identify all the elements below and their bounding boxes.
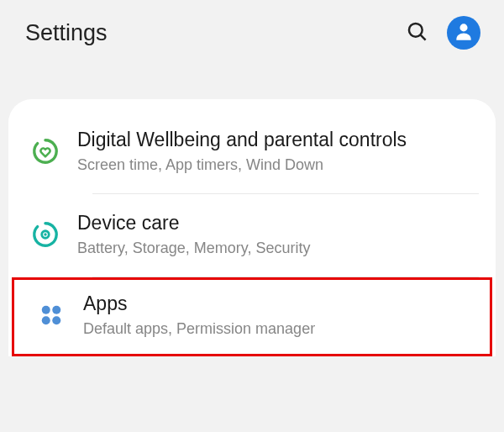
search-icon [406,20,428,46]
settings-item-title: Apps [83,292,466,316]
page-title: Settings [25,20,391,46]
svg-point-5 [42,306,50,314]
svg-point-4 [44,234,46,236]
settings-item-apps[interactable]: Apps Default apps, Permission manager [14,282,488,352]
svg-point-6 [52,306,60,314]
settings-item-subtitle: Default apps, Permission manager [83,319,466,339]
search-button[interactable] [400,16,433,50]
settings-item-digital-wellbeing[interactable]: Digital Wellbeing and parental controls … [8,111,496,193]
settings-header: Settings [0,0,504,66]
settings-list: Digital Wellbeing and parental controls … [8,99,496,356]
svg-point-2 [459,24,467,31]
highlight-apps: Apps Default apps, Permission manager [12,277,492,356]
device-care-icon [13,220,77,249]
digital-wellbeing-icon [13,137,77,166]
account-avatar[interactable] [447,16,480,50]
svg-point-7 [42,317,50,325]
settings-item-texts: Apps Default apps, Permission manager [83,292,480,339]
person-icon [453,20,475,45]
svg-point-8 [52,317,60,325]
svg-point-0 [408,23,422,36]
settings-item-texts: Digital Wellbeing and parental controls … [77,128,487,175]
settings-item-title: Digital Wellbeing and parental controls [77,128,474,152]
settings-item-title: Device care [77,211,474,235]
settings-item-subtitle: Battery, Storage, Memory, Security [77,239,474,258]
apps-icon [19,303,83,328]
settings-item-texts: Device care Battery, Storage, Memory, Se… [77,211,487,258]
svg-line-1 [420,34,425,40]
settings-item-subtitle: Screen time, App timers, Wind Down [77,155,474,175]
settings-item-device-care[interactable]: Device care Battery, Storage, Memory, Se… [8,194,496,277]
